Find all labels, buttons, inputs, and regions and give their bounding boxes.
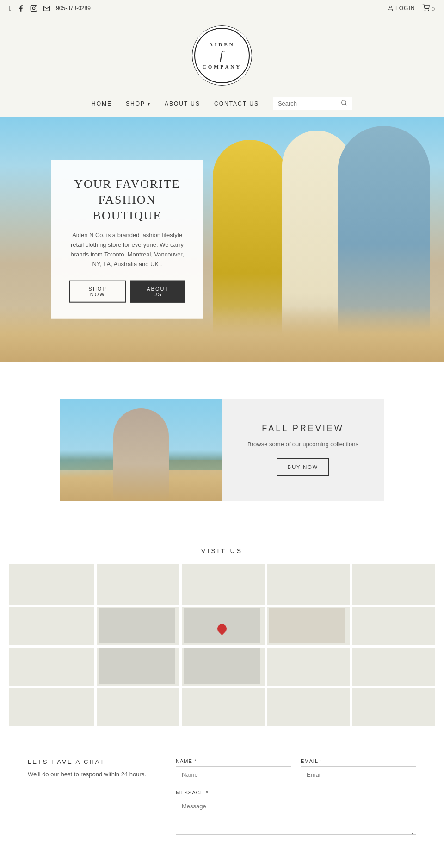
map-road-h1 (9, 605, 435, 607)
hero-content-box: YOUR FAVORITE FASHION BOUTIQUE Aiden N C… (51, 160, 204, 319)
instagram-icon[interactable] (30, 5, 37, 12)
search-icon (341, 100, 347, 106)
login-link[interactable]: LOGIN (387, 5, 415, 12)
logo-section: AIDEN ſ COMPANY (0, 16, 444, 90)
cart-count: 0 (432, 6, 435, 12)
nav-about[interactable]: ABOUT US (165, 100, 200, 107)
map-road-h3 (9, 686, 435, 688)
map-road-v4 (350, 564, 352, 726)
fall-preview-person (113, 408, 169, 501)
logo-symbol: ſ (220, 48, 225, 62)
facebook-icon[interactable]:  (9, 5, 12, 12)
facebook-icon[interactable] (17, 5, 25, 12)
map-placeholder[interactable] (9, 564, 435, 726)
cart-icon[interactable]: 0 (422, 4, 435, 12)
svg-point-3 (389, 6, 392, 8)
map-block-3 (269, 608, 345, 643)
hero-description: Aiden N Co. is a branded fashion lifesty… (69, 231, 185, 269)
svg-point-1 (32, 7, 35, 9)
logo-bottom-text: COMPANY (203, 64, 242, 69)
contact-name-field: NAME * (176, 758, 291, 783)
search-button[interactable] (341, 100, 347, 107)
map-block-1 (99, 608, 175, 643)
navigation: HOME SHOP ABOUT US CONTACT US (0, 90, 444, 117)
shopping-cart-icon (422, 4, 430, 11)
contact-left: LETS HAVE A CHAT We'll do our best to re… (28, 758, 148, 779)
search-input[interactable] (278, 100, 338, 107)
visit-section: VISIT US (0, 529, 444, 735)
contact-message-label: MESSAGE * (176, 790, 416, 795)
hero-section: YOUR FAVORITE FASHION BOUTIQUE Aiden N C… (0, 117, 444, 362)
nav-contact[interactable]: CONTACT US (214, 100, 259, 107)
fall-preview-info: FALL PREVIEW Browse some of our upcoming… (222, 399, 384, 501)
nav-home[interactable]: HOME (92, 100, 112, 107)
fall-preview-section: FALL PREVIEW Browse some of our upcoming… (60, 399, 384, 501)
user-icon (387, 5, 394, 12)
phone-number: 905-878-0289 (56, 5, 91, 12)
fall-preview-image (60, 399, 222, 501)
top-bar-left:  905-878-0289 (9, 5, 91, 12)
buy-now-button[interactable]: BUY NOW (277, 458, 329, 476)
email-icon[interactable] (43, 5, 50, 12)
nav-shop[interactable]: SHOP (126, 100, 151, 107)
contact-email-label: EMAIL * (301, 758, 416, 764)
contact-message-row: MESSAGE * (176, 790, 416, 837)
svg-point-6 (342, 100, 346, 105)
map-block-5 (184, 648, 260, 684)
contact-section: LETS HAVE A CHAT We'll do our best to re… (0, 735, 444, 862)
fall-preview-description: Browse some of our upcoming collections (247, 440, 358, 449)
contact-name-input[interactable] (176, 766, 291, 783)
svg-rect-0 (31, 5, 37, 11)
contact-right: NAME * EMAIL * MESSAGE * (176, 758, 416, 843)
logo-ampersand-container: ſ (220, 48, 225, 63)
contact-message-input[interactable] (176, 798, 416, 835)
top-bar-right: LOGIN 0 (387, 4, 435, 12)
shop-now-button[interactable]: SHOP NOW (69, 280, 126, 302)
map-road-v2 (179, 564, 182, 726)
map-road-v3 (265, 564, 267, 726)
contact-name-email-row: NAME * EMAIL * (176, 758, 416, 783)
contact-heading: LETS HAVE A CHAT (28, 758, 148, 765)
svg-point-2 (35, 6, 36, 6)
hero-buttons: SHOP NOW ABOUT US (69, 280, 185, 302)
logo-top-text: AIDEN (209, 42, 234, 47)
contact-email-input[interactable] (301, 766, 416, 783)
map-block-4 (99, 648, 175, 684)
visit-title: VISIT US (9, 547, 435, 555)
about-us-button[interactable]: ABOUT US (130, 280, 185, 302)
hero-title: YOUR FAVORITE FASHION BOUTIQUE (69, 176, 185, 223)
map-road-h2 (9, 645, 435, 648)
map-road-v1 (94, 564, 97, 726)
logo-outer-circle: AIDEN ſ COMPANY (192, 25, 252, 86)
top-bar:  905-878-0289 LOGIN 0 (0, 0, 444, 16)
spacer-1 (0, 362, 444, 399)
logo-circle: AIDEN ſ COMPANY (194, 28, 250, 83)
contact-email-field: EMAIL * (301, 758, 416, 783)
svg-point-4 (425, 10, 426, 10)
contact-name-label: NAME * (176, 758, 291, 764)
search-box (273, 97, 352, 110)
fall-preview-title: FALL PREVIEW (262, 424, 344, 433)
svg-point-5 (428, 10, 429, 10)
contact-subtext: We'll do our best to respond within 24 h… (28, 770, 148, 779)
svg-line-7 (345, 104, 347, 106)
